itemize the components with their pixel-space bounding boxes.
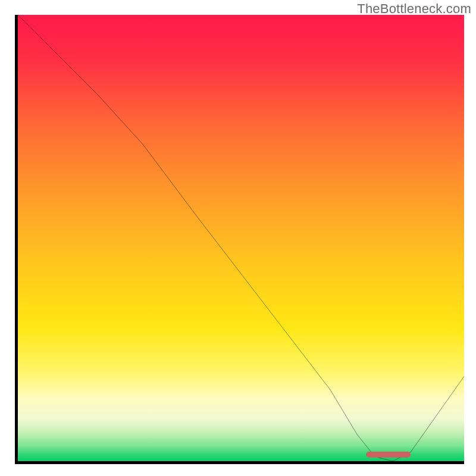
watermark-text: TheBottleneck.com xyxy=(357,1,471,17)
plot-area xyxy=(18,15,464,461)
chart-container: TheBottleneck.com xyxy=(0,0,476,476)
optimal-range-marker xyxy=(366,452,411,458)
performance-curve xyxy=(18,15,464,461)
